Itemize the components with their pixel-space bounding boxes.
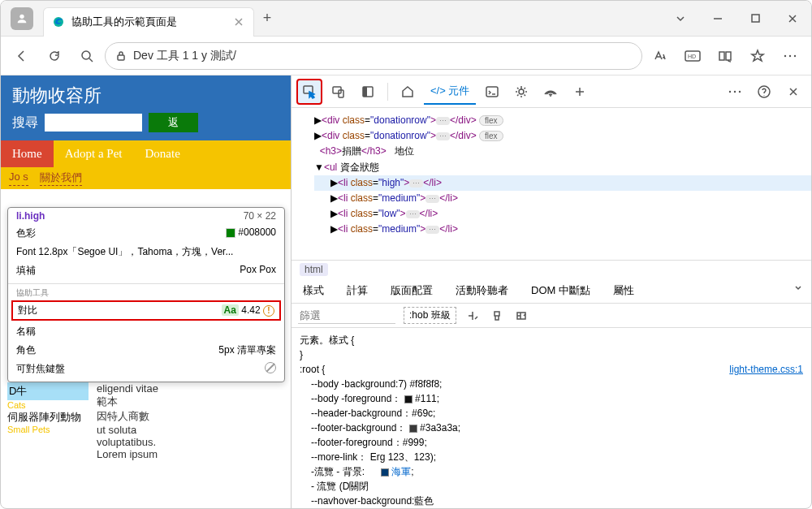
lock-icon bbox=[115, 50, 127, 62]
profile-avatar[interactable] bbox=[11, 7, 33, 30]
welcome-tab-icon[interactable] bbox=[395, 79, 421, 105]
nav-donate[interactable]: Donate bbox=[134, 140, 192, 167]
url-text: Dev 工具 1 1 y 測試/ bbox=[133, 49, 236, 63]
contrast-row: 對比 Aa 4.42 ! bbox=[11, 300, 281, 321]
search-button[interactable] bbox=[72, 41, 102, 71]
tab-title: 協助工具的示範頁面是 bbox=[71, 15, 232, 29]
caret-down-button[interactable] bbox=[662, 6, 699, 31]
body-text: voluptatibus. bbox=[97, 436, 284, 448]
chevron-down-icon[interactable] bbox=[785, 278, 811, 303]
tooltip-role-label: 角色 bbox=[16, 343, 36, 357]
side-item[interactable]: Cats bbox=[7, 400, 89, 410]
filter-input[interactable] bbox=[298, 308, 395, 324]
styles-filter-bar: :hob 班級 bbox=[292, 304, 811, 328]
subtab-layout[interactable]: 版面配置 bbox=[379, 278, 444, 303]
elements-breadcrumb[interactable]: html bbox=[292, 261, 811, 278]
subtab-listeners[interactable]: 活動聆聽者 bbox=[444, 278, 520, 303]
svg-point-9 bbox=[794, 54, 796, 56]
hd-button[interactable]: HD bbox=[678, 41, 707, 71]
subnav-item[interactable]: 關於我們 bbox=[40, 170, 82, 186]
inspect-tooltip: li.high 70 × 22 色彩 #008000 Font 12.8px「S… bbox=[7, 207, 285, 382]
side-item[interactable]: 伺服器陣列動物 bbox=[7, 410, 89, 425]
subtab-dom-bp[interactable]: DOM 中斷點 bbox=[520, 278, 602, 303]
tooltip-dimensions: 70 × 22 bbox=[244, 210, 276, 222]
browser-tab[interactable]: 協助工具的示範頁面是 bbox=[43, 7, 254, 37]
subtab-computed[interactable]: 計算 bbox=[335, 278, 379, 303]
devtools-help-button[interactable] bbox=[751, 79, 777, 105]
device-emulation-button[interactable] bbox=[326, 79, 352, 105]
contrast-label: 對比 bbox=[18, 304, 37, 317]
devtools-close-button[interactable] bbox=[780, 79, 806, 105]
subtab-styles[interactable]: 樣式 bbox=[292, 278, 335, 303]
subnav-item[interactable]: Jo s bbox=[9, 170, 28, 186]
svg-point-3 bbox=[82, 51, 90, 59]
svg-point-17 bbox=[520, 88, 522, 89]
minimize-button[interactable] bbox=[699, 6, 736, 31]
tooltip-a11y-heading: 協助工具 bbox=[8, 287, 284, 299]
new-rule-icon[interactable] bbox=[464, 308, 481, 324]
edge-icon bbox=[52, 15, 65, 28]
body-text: ut soluta bbox=[97, 424, 284, 436]
dock-button[interactable] bbox=[355, 79, 381, 105]
more-button[interactable] bbox=[775, 41, 805, 71]
tooltip-color-label: 色彩 bbox=[16, 226, 36, 240]
reader-button[interactable] bbox=[710, 41, 740, 71]
network-tab-icon[interactable] bbox=[538, 79, 564, 105]
side-item[interactable]: D牛 bbox=[7, 382, 89, 400]
site-title: 動物收容所 bbox=[12, 84, 279, 108]
svg-point-1 bbox=[54, 17, 63, 27]
tab-close-icon[interactable] bbox=[232, 15, 245, 28]
svg-point-21 bbox=[739, 90, 741, 92]
more-tabs-button[interactable] bbox=[567, 79, 593, 105]
elements-tab[interactable]: </> 元件 bbox=[424, 79, 476, 105]
refresh-button[interactable] bbox=[40, 41, 69, 71]
tooltip-role-value: 5px 清單專案 bbox=[218, 343, 276, 357]
deny-icon bbox=[265, 362, 276, 373]
site-body: D牛 Cats 伺服器陣列動物 Small Pets eligendi vita… bbox=[1, 376, 291, 467]
hov-toggle[interactable]: :hob 班級 bbox=[404, 307, 456, 324]
svg-rect-14 bbox=[363, 87, 367, 97]
body-text: Lorem ipsum bbox=[97, 448, 284, 460]
svg-rect-23 bbox=[495, 312, 499, 316]
console-tab-icon[interactable] bbox=[479, 79, 505, 105]
color-swatch bbox=[226, 228, 235, 238]
text-size-button[interactable] bbox=[646, 41, 675, 71]
elements-tree[interactable]: ▶<div class="donationrow">⋯</div> flex ▶… bbox=[292, 108, 811, 261]
svg-point-8 bbox=[789, 54, 791, 56]
warning-icon: ! bbox=[263, 305, 274, 317]
close-button[interactable] bbox=[774, 6, 811, 31]
svg-point-18 bbox=[550, 95, 551, 97]
grid-icon[interactable] bbox=[513, 308, 529, 324]
css-source-link[interactable]: light-theme.css:1 bbox=[729, 362, 803, 377]
contrast-aa-badge: Aa bbox=[222, 304, 239, 316]
side-item[interactable]: Small Pets bbox=[7, 425, 89, 434]
svg-rect-2 bbox=[752, 15, 759, 22]
back-button[interactable] bbox=[7, 41, 37, 71]
devtools-more-button[interactable] bbox=[722, 79, 748, 105]
tooltip-kbd-label: 可對焦鍵盤 bbox=[16, 362, 65, 376]
nav-adopt[interactable]: Adopt a Pet bbox=[54, 140, 134, 167]
page-preview: 動物收容所 搜尋 返 Home Adopt a Pet Donate Jo s … bbox=[1, 75, 292, 508]
tooltip-selector: li.high bbox=[16, 210, 45, 222]
sources-tab-icon[interactable] bbox=[508, 79, 534, 105]
svg-point-0 bbox=[19, 14, 24, 18]
site-search-input[interactable] bbox=[45, 114, 142, 132]
brush-icon[interactable] bbox=[489, 308, 505, 324]
svg-point-16 bbox=[519, 89, 524, 94]
subtab-props[interactable]: 屬性 bbox=[602, 278, 646, 303]
svg-rect-4 bbox=[118, 55, 124, 60]
site-nav: Home Adopt a Pet Donate bbox=[1, 140, 291, 167]
svg-point-20 bbox=[734, 90, 736, 92]
inspect-element-button[interactable] bbox=[296, 79, 322, 105]
favorite-button[interactable] bbox=[743, 41, 772, 71]
new-tab-button[interactable]: + bbox=[254, 10, 280, 27]
devtools-panel: </> 元件 ▶<div class="donationrow">⋯</div>… bbox=[292, 75, 811, 508]
svg-rect-15 bbox=[486, 87, 498, 97]
maximize-button[interactable] bbox=[736, 6, 774, 31]
site-search-button[interactable]: 返 bbox=[149, 113, 198, 132]
url-input[interactable]: Dev 工具 1 1 y 測試/ bbox=[105, 42, 642, 70]
nav-home[interactable]: Home bbox=[1, 140, 54, 167]
styles-pane[interactable]: 元素。樣式 { } light-theme.css:1:root { --bod… bbox=[292, 328, 811, 508]
site-subnav: Jo s 關於我們 bbox=[1, 167, 291, 189]
body-text: 範本 bbox=[97, 395, 284, 409]
